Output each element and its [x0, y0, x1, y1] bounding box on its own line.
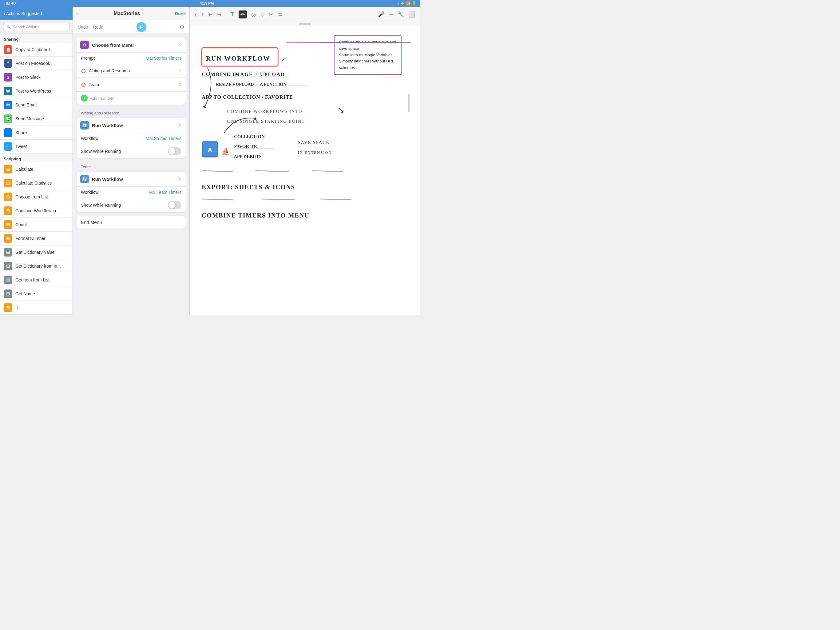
run-workflow-1-header: 🔄 Run Workflow ✕: [77, 118, 186, 133]
svg-line-27: [202, 199, 233, 200]
svg-text:✓: ✓: [281, 56, 286, 63]
calculate-statistics-icon: ⊞: [4, 179, 12, 187]
notes-redo-button[interactable]: ↪: [217, 11, 222, 18]
redo-button[interactable]: Redo: [93, 25, 103, 30]
info-box: Combine multiple workflows and save spac…: [334, 35, 401, 75]
notes-content[interactable]: Combine multiple workflows and save spac…: [190, 26, 420, 315]
action-continue-workflow[interactable]: ⊞ Continue Workflow in...: [0, 204, 73, 218]
count-icon: ⊞: [4, 220, 12, 229]
status-bar-left: TIM 4G: [4, 1, 16, 6]
svg-text:COMBINE IMAGE + UPLOAD: COMBINE IMAGE + UPLOAD: [202, 71, 285, 77]
svg-text:IN EXTENSION: IN EXTENSION: [298, 150, 332, 155]
scissors-tool-button[interactable]: ✂: [269, 11, 274, 18]
svg-text:RESIZE + UPLOAD → A FUNCTION: RESIZE + UPLOAD → A FUNCTION: [216, 82, 286, 87]
scrollbar[interactable]: [408, 94, 409, 112]
undo-button[interactable]: Undo: [78, 25, 88, 30]
action-label: Share: [15, 130, 27, 135]
show-while-running-1-toggle[interactable]: [168, 147, 182, 155]
highlighter-tool-button[interactable]: ◎: [251, 11, 256, 18]
prompt-value[interactable]: MacStories Timers: [146, 56, 182, 60]
action-label: Continue Workflow in...: [15, 208, 60, 213]
actions-list: Sharing 📋 Copy to Clipboard f Post on Fa…: [0, 34, 73, 315]
tablet-view-button[interactable]: ⬜: [408, 11, 415, 18]
svg-line-24: [256, 171, 289, 172]
info-line-1: Combine multiple workflows and save spac…: [339, 39, 396, 52]
menu-item-writing[interactable]: ⊖ Writing and Research ≡: [77, 64, 186, 78]
menu-item-team[interactable]: ⊖ Team ≡: [77, 78, 186, 92]
run-workflow-card-1: 🔄 Run Workflow ✕ Workflow MacStories Tim…: [77, 118, 186, 158]
section-writing-research: Writing and Research: [77, 108, 186, 118]
text-tool-button[interactable]: T: [230, 11, 234, 18]
add-item-row[interactable]: + Add new item: [77, 92, 186, 104]
action-count[interactable]: ⊞ Count: [0, 218, 73, 232]
close-run-workflow-2-button[interactable]: ✕: [177, 176, 182, 182]
calculate-icon: ⊞: [4, 165, 12, 174]
svg-rect-12: [202, 141, 218, 157]
action-get-dictionary-value[interactable]: ⊞ Get Dictionary Value: [0, 245, 73, 259]
action-post-wordpress[interactable]: W Post to WordPress: [0, 84, 73, 98]
action-copy-clipboard[interactable]: 📋 Copy to Clipboard: [0, 43, 73, 57]
show-while-running-2-toggle[interactable]: [168, 201, 182, 209]
svg-line-25: [312, 171, 343, 172]
action-get-name[interactable]: ⊞ Get Name: [0, 287, 73, 301]
drag-handle-team[interactable]: ≡: [178, 82, 182, 88]
workflow-1-value[interactable]: MacStories Timers: [146, 136, 182, 141]
notes-share-button[interactable]: ↑: [201, 11, 204, 17]
add-item-button[interactable]: +: [81, 95, 88, 101]
action-format-number[interactable]: ⊞ Format Number: [0, 232, 73, 245]
action-send-email[interactable]: ✉ Send Email: [0, 98, 73, 112]
send-email-icon: ✉: [4, 101, 12, 109]
action-send-message[interactable]: 💬 Send Message: [0, 112, 73, 126]
svg-text:⛵: ⛵: [221, 147, 230, 156]
workflow-1-row: Workflow MacStories Timers: [77, 133, 186, 144]
if-icon: ⊞: [4, 303, 12, 312]
svg-line-29: [321, 199, 351, 200]
play-button[interactable]: ▶: [136, 22, 146, 32]
done-button[interactable]: Done: [175, 11, 186, 16]
left-header: ‹ Actions Suggested: [0, 7, 73, 20]
add-button[interactable]: +: [389, 11, 393, 19]
mic-button[interactable]: 🎤: [378, 11, 385, 18]
action-label: Format Number: [15, 236, 46, 241]
search-input[interactable]: 🔍 Search Actions: [3, 23, 69, 31]
close-run-workflow-1-button[interactable]: ✕: [177, 122, 182, 128]
action-post-facebook[interactable]: f Post on Facebook: [0, 57, 73, 70]
notes-undo-button[interactable]: ↩: [208, 11, 213, 18]
action-choose-from-list[interactable]: ⊞ Choose from List: [0, 190, 73, 204]
action-get-dictionary-from[interactable]: ⊞ Get Dictionary from In...: [0, 259, 73, 273]
eraser-tool-button[interactable]: ◇: [261, 11, 265, 18]
back-button[interactable]: ‹ Actions Suggested: [4, 11, 42, 16]
svg-text:↘: ↘: [337, 105, 344, 115]
pen-tool-button[interactable]: ✏: [238, 11, 247, 19]
action-if[interactable]: ⊞ If: [0, 301, 73, 315]
action-label: Post to Slack: [15, 75, 41, 80]
svg-marker-22: [254, 117, 257, 120]
drag-handle-writing[interactable]: ≡: [178, 68, 182, 74]
wrench-button[interactable]: 🔧: [397, 11, 404, 18]
choose-from-menu-header: ⚙ Choose from Menu ✕: [77, 38, 186, 52]
action-post-slack[interactable]: S Post to Slack: [0, 70, 73, 84]
settings-icon[interactable]: ⚙: [180, 24, 185, 30]
notes-back-button[interactable]: ‹: [195, 11, 197, 19]
workflow-2-value[interactable]: MS Team Timers: [149, 190, 182, 195]
action-label: Get Dictionary from In...: [15, 264, 61, 269]
upload-icon[interactable]: ↑: [77, 11, 79, 16]
remove-writing-button[interactable]: ⊖: [81, 67, 86, 74]
action-label: Post on Facebook: [15, 61, 50, 66]
team-label: Team: [88, 82, 99, 87]
end-menu-label: End Menu: [81, 220, 102, 225]
svg-text:EXPORT: SHEETS & ICONS: EXPORT: SHEETS & ICONS: [202, 184, 295, 190]
action-get-item-from-list[interactable]: ⊞ Get Item from List: [0, 273, 73, 287]
action-share[interactable]: ↑ Share: [0, 126, 73, 140]
carrier: TIM 4G: [4, 1, 16, 6]
lasso-tool-button[interactable]: ⊃: [278, 11, 283, 18]
run-workflow-2-header: 🔄 Run Workflow ✕: [77, 172, 186, 187]
close-choose-menu-button[interactable]: ✕: [177, 41, 182, 48]
svg-line-28: [261, 199, 295, 200]
action-calculate-statistics[interactable]: ⊞ Calculate Statistics: [0, 176, 73, 190]
remove-team-button[interactable]: ⊖: [81, 81, 86, 88]
action-calculate[interactable]: ⊞ Calculate: [0, 162, 73, 176]
action-tweet[interactable]: 🐦 Tweet: [0, 140, 73, 154]
send-message-icon: 💬: [4, 114, 12, 123]
middle-header: ↑ MacStories Done: [73, 7, 189, 20]
